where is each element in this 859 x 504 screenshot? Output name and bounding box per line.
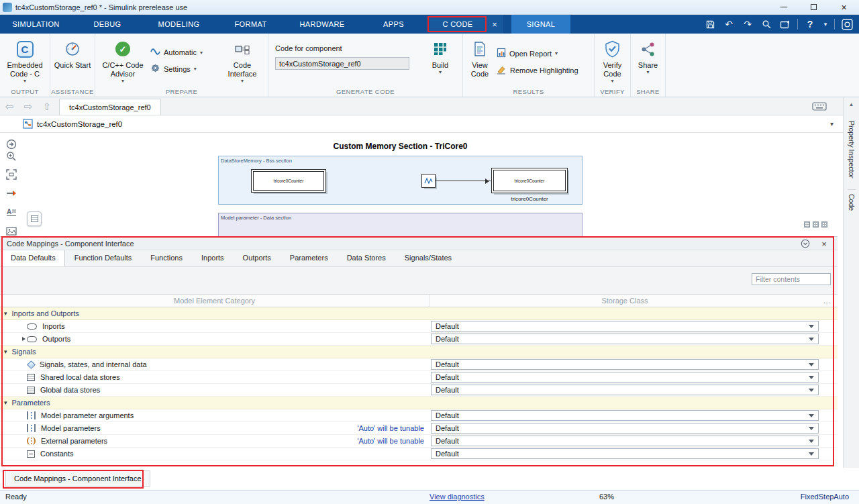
undo-icon[interactable]: ↶ (722, 17, 736, 31)
datastore-block-name: tricore0Counter (274, 179, 304, 183)
tab-modeling[interactable]: MODELING (143, 15, 215, 34)
storage-class-dropdown[interactable]: Default (431, 423, 819, 434)
tab-simulation[interactable]: SIMULATION (0, 15, 72, 34)
code-panel-tab[interactable]: Code (848, 189, 856, 215)
search-icon[interactable] (760, 17, 773, 31)
tab-functions[interactable]: Functions (141, 250, 192, 266)
row-signals-states-internal[interactable]: Signals, states, and internal data Defau… (0, 358, 838, 371)
row-constants[interactable]: Constants Default (0, 448, 838, 460)
datastore-write-block[interactable]: tricore0Counter (491, 168, 568, 193)
grid-view-icon[interactable] (821, 221, 827, 228)
close-c-code-tab-icon[interactable]: × (486, 15, 503, 34)
tab-data-stores[interactable]: Data Stores (338, 250, 395, 266)
tab-parameters[interactable]: Parameters (281, 250, 338, 266)
row-outports[interactable]: Outports Default (0, 333, 838, 346)
section-inports-and-outports[interactable]: ▾ Inports and Outports (0, 307, 838, 320)
model-canvas[interactable]: A Custom Memory Section - TriCore0 DataS… (0, 133, 843, 236)
up-to-parent-icon[interactable]: ⇧ (38, 101, 56, 115)
collapse-section-icon[interactable]: ▾ (4, 310, 7, 317)
remove-highlighting-button[interactable]: Remove Highlighting (497, 65, 591, 76)
solver-label[interactable]: FixedStepAuto (801, 493, 849, 501)
storage-class-dropdown[interactable]: Default (431, 359, 819, 370)
redo-icon[interactable]: ↷ (741, 17, 754, 31)
column-storage-class[interactable]: Storage Class (430, 295, 820, 307)
storage-class-dropdown[interactable]: Default (431, 448, 819, 459)
document-tab[interactable]: tc4xCustomStorage_ref0 (59, 99, 161, 115)
code-advisor-button[interactable]: ✓ C/C++ Code Advisor ▾ (95, 34, 150, 97)
tab-format[interactable]: FORMAT (215, 15, 287, 34)
breadcrumb-dropdown-icon[interactable]: ▾ (830, 120, 833, 128)
code-interface-button[interactable]: Code Interface ▾ (219, 34, 266, 97)
share-button[interactable]: Share ▾ (631, 34, 665, 97)
storage-class-dropdown[interactable]: Default (431, 385, 819, 395)
row-inports[interactable]: Inports Default (0, 320, 838, 333)
open-report-dropdown[interactable]: Open Report ▾ (497, 48, 591, 59)
screenshot-icon[interactable] (778, 17, 792, 31)
save-icon[interactable] (703, 17, 717, 31)
view-code-button[interactable]: View Code (463, 34, 497, 97)
zoom-in-icon[interactable] (4, 150, 19, 163)
image-icon[interactable] (4, 224, 19, 236)
annotation-icon[interactable]: A (4, 205, 19, 219)
breadcrumb[interactable]: tc4xCustomStorage_ref0 (37, 120, 122, 128)
column-model-element-category[interactable]: Model Element Category (0, 295, 430, 307)
collapse-section-icon[interactable]: ▾ (4, 399, 7, 406)
code-mappings-dock-tab[interactable]: Code Mappings - Component Interface (5, 470, 150, 487)
minimize-panel-icon[interactable] (800, 239, 811, 248)
row-global-data-stores[interactable]: Global data stores Default (0, 384, 838, 397)
column-options-icon[interactable]: … (819, 295, 835, 307)
minimize-button[interactable] (768, 0, 799, 14)
storage-class-dropdown[interactable]: Default (431, 372, 819, 383)
row-model-parameters[interactable]: Model parameters 'Auto' will be tunable … (0, 422, 838, 435)
tab-outports[interactable]: Outports (234, 250, 281, 266)
automatic-dropdown[interactable]: Automatic ▾ (150, 48, 219, 57)
grid-view-icon[interactable] (804, 221, 810, 228)
tab-signals-states[interactable]: Signals/States (395, 250, 461, 266)
tab-c-code[interactable]: C CODE (430, 15, 486, 34)
storage-class-dropdown[interactable]: Default (431, 321, 819, 332)
view-diagnostics-link[interactable]: View diagnostics (430, 493, 485, 501)
filter-input[interactable] (752, 273, 831, 285)
verify-code-button[interactable]: Verify Code ▾ (595, 34, 630, 97)
collapse-section-icon[interactable]: ▾ (4, 348, 7, 355)
quick-start-button[interactable]: Quick Start (50, 34, 95, 97)
tab-hardware[interactable]: HARDWARE (287, 15, 358, 34)
tab-function-defaults[interactable]: Function Defaults (65, 250, 142, 266)
tab-debug[interactable]: DEBUG (72, 15, 143, 34)
row-shared-local-data-stores[interactable]: Shared local data stores Default (0, 371, 838, 384)
help-icon[interactable]: ? (803, 17, 817, 31)
grid-view-icon[interactable] (813, 221, 819, 228)
forward-icon[interactable]: ⇨ (19, 101, 38, 115)
model-browser-icon[interactable] (4, 138, 19, 151)
collapse-strip-icon[interactable]: ▴ (850, 101, 853, 107)
row-model-parameter-arguments[interactable]: Model parameter arguments Default (0, 409, 838, 422)
close-panel-icon[interactable]: × (819, 239, 829, 248)
help-chevron-icon[interactable]: ▾ (822, 17, 829, 31)
section-signals[interactable]: ▾ Signals (0, 346, 838, 358)
model-data-editor-button[interactable] (27, 211, 42, 226)
property-inspector-tab[interactable]: Property Inspector (848, 117, 856, 183)
storage-class-dropdown[interactable]: Default (431, 334, 819, 344)
datastore-memory-block[interactable]: tricore0Counter (251, 169, 326, 193)
storage-class-dropdown[interactable]: Default (431, 410, 819, 421)
tab-data-defaults[interactable]: Data Defaults (1, 250, 65, 266)
tab-apps[interactable]: APPS (358, 15, 430, 34)
keyboard-shortcuts-icon[interactable] (812, 102, 827, 115)
row-external-parameters[interactable]: External parameters 'Auto' will be tunab… (0, 435, 838, 448)
signal-wire[interactable] (436, 181, 491, 181)
section-parameters[interactable]: ▾ Parameters (0, 397, 838, 409)
back-icon[interactable]: ⇦ (0, 101, 19, 115)
embedded-code-button[interactable]: C Embedded Code - C ▾ (0, 34, 50, 97)
fit-to-view-icon[interactable] (4, 168, 19, 181)
storage-class-dropdown[interactable]: Default (431, 436, 819, 446)
maximize-button[interactable] (799, 0, 829, 14)
signal-arrow-icon[interactable] (4, 187, 19, 200)
settings-dropdown[interactable]: Settings ▾ (150, 63, 219, 74)
record-icon[interactable] (840, 17, 854, 31)
close-button[interactable]: × (829, 0, 859, 14)
component-field[interactable] (275, 57, 409, 70)
source-block[interactable] (421, 174, 436, 188)
build-button[interactable]: Build ▾ (423, 34, 458, 97)
tab-signal[interactable]: SIGNAL (511, 15, 570, 34)
tab-inports[interactable]: Inports (192, 250, 234, 266)
